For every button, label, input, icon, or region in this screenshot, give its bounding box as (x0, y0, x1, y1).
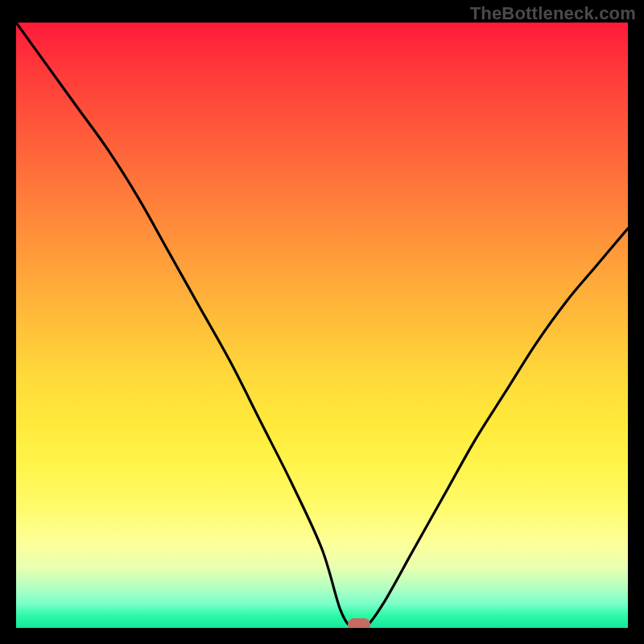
chart-frame: TheBottleneck.com (0, 0, 644, 644)
bottleneck-curve (16, 23, 628, 628)
plot-area (16, 23, 628, 628)
optimal-point-marker (348, 618, 370, 628)
attribution-text: TheBottleneck.com (470, 3, 636, 24)
